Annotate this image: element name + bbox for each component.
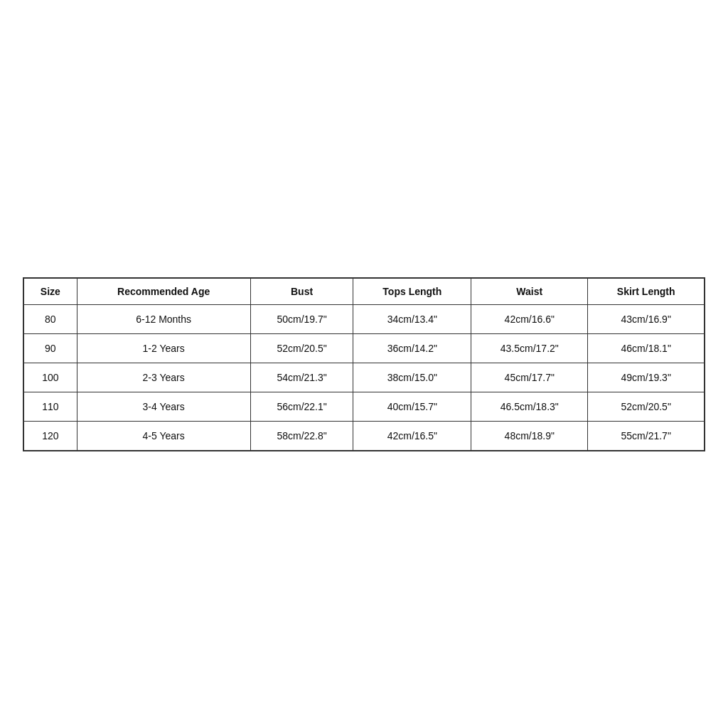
- cell-skirt-length: 43cm/16.9": [588, 304, 705, 333]
- table-header-row: Size Recommended Age Bust Tops Length Wa…: [24, 278, 705, 304]
- table-row: 1103-4 Years56cm/22.1"40cm/15.7"46.5cm/1…: [24, 392, 705, 421]
- cell-age: 4-5 Years: [77, 421, 250, 450]
- cell-skirt-length: 49cm/19.3": [588, 363, 705, 392]
- cell-waist: 42cm/16.6": [471, 304, 588, 333]
- cell-size: 120: [24, 421, 77, 450]
- header-bust: Bust: [250, 278, 353, 304]
- header-recommended-age: Recommended Age: [77, 278, 250, 304]
- cell-bust: 58cm/22.8": [250, 421, 353, 450]
- cell-size: 110: [24, 392, 77, 421]
- cell-waist: 43.5cm/17.2": [471, 333, 588, 363]
- cell-bust: 52cm/20.5": [250, 333, 353, 363]
- cell-skirt-length: 52cm/20.5": [588, 392, 705, 421]
- cell-tops-length: 38cm/15.0": [353, 363, 471, 392]
- cell-age: 3-4 Years: [77, 392, 250, 421]
- cell-bust: 50cm/19.7": [250, 304, 353, 333]
- size-chart-container: Size Recommended Age Bust Tops Length Wa…: [23, 277, 705, 451]
- table-row: 1204-5 Years58cm/22.8"42cm/16.5"48cm/18.…: [24, 421, 705, 450]
- cell-age: 6-12 Months: [77, 304, 250, 333]
- table-row: 901-2 Years52cm/20.5"36cm/14.2"43.5cm/17…: [24, 333, 705, 363]
- cell-age: 2-3 Years: [77, 363, 250, 392]
- cell-tops-length: 42cm/16.5": [353, 421, 471, 450]
- cell-size: 100: [24, 363, 77, 392]
- cell-size: 90: [24, 333, 77, 363]
- cell-waist: 46.5cm/18.3": [471, 392, 588, 421]
- header-size: Size: [24, 278, 77, 304]
- header-tops-length: Tops Length: [353, 278, 471, 304]
- size-chart-table: Size Recommended Age Bust Tops Length Wa…: [23, 278, 705, 451]
- cell-bust: 54cm/21.3": [250, 363, 353, 392]
- table-row: 806-12 Months50cm/19.7"34cm/13.4"42cm/16…: [24, 304, 705, 333]
- table-row: 1002-3 Years54cm/21.3"38cm/15.0"45cm/17.…: [24, 363, 705, 392]
- cell-waist: 48cm/18.9": [471, 421, 588, 450]
- cell-bust: 56cm/22.1": [250, 392, 353, 421]
- cell-age: 1-2 Years: [77, 333, 250, 363]
- cell-tops-length: 36cm/14.2": [353, 333, 471, 363]
- cell-tops-length: 34cm/13.4": [353, 304, 471, 333]
- cell-skirt-length: 46cm/18.1": [588, 333, 705, 363]
- header-waist: Waist: [471, 278, 588, 304]
- header-skirt-length: Skirt Length: [588, 278, 705, 304]
- cell-tops-length: 40cm/15.7": [353, 392, 471, 421]
- cell-size: 80: [24, 304, 77, 333]
- cell-waist: 45cm/17.7": [471, 363, 588, 392]
- cell-skirt-length: 55cm/21.7": [588, 421, 705, 450]
